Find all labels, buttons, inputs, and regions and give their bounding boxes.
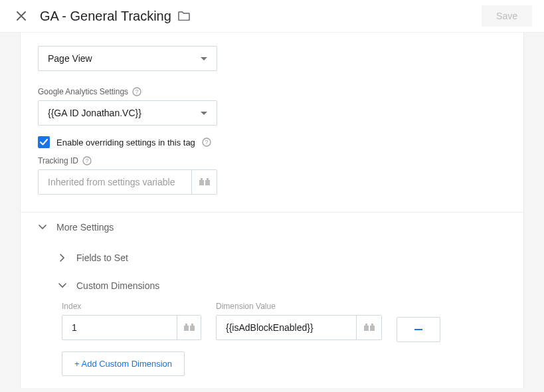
override-checkbox[interactable] [38, 136, 50, 148]
svg-text:?: ? [85, 157, 88, 164]
variable-picker-icon[interactable] [356, 316, 381, 340]
svg-rect-17 [371, 324, 373, 326]
help-icon[interactable]: ? [82, 156, 92, 165]
ga-settings-label: Google Analytics Settings [38, 87, 128, 96]
svg-rect-9 [207, 178, 209, 180]
save-button[interactable]: Save [482, 5, 532, 27]
svg-rect-7 [205, 180, 210, 185]
help-icon[interactable]: ? [132, 87, 141, 96]
folder-icon[interactable] [178, 11, 190, 21]
tracking-id-input[interactable] [39, 170, 191, 194]
more-settings-label: More Settings [56, 222, 114, 233]
minus-icon [414, 329, 422, 330]
variable-picker-icon[interactable] [191, 170, 217, 194]
fields-to-set-toggle[interactable]: Fields to Set [21, 246, 523, 270]
chevron-down-icon [38, 223, 47, 232]
dimension-value-input[interactable] [217, 316, 356, 340]
ga-settings-select[interactable]: {{GA ID Jonathan.VC}} [38, 100, 217, 126]
svg-rect-15 [370, 326, 375, 331]
remove-dimension-button[interactable] [397, 317, 440, 342]
svg-rect-13 [191, 324, 193, 326]
fields-to-set-label: Fields to Set [76, 252, 128, 263]
track-type-select[interactable]: Page View [38, 46, 217, 71]
more-settings-toggle[interactable]: More Settings [21, 215, 523, 239]
help-icon[interactable]: ? [202, 138, 211, 147]
ga-settings-value: {{GA ID Jonathan.VC}} [48, 108, 141, 118]
track-type-value: Page View [48, 53, 92, 64]
svg-rect-8 [201, 178, 203, 180]
svg-text:?: ? [136, 88, 139, 95]
svg-text:?: ? [205, 139, 208, 146]
chevron-down-icon [201, 57, 207, 60]
add-custom-dimension-button[interactable]: + Add Custom Dimension [62, 351, 185, 376]
close-icon[interactable] [12, 11, 31, 21]
override-label: Enable overriding settings in this tag [56, 138, 195, 147]
dimension-index-input[interactable] [62, 316, 177, 340]
index-label: Index [62, 302, 201, 311]
tracking-id-label: Tracking ID [38, 156, 78, 165]
svg-rect-14 [364, 326, 369, 331]
svg-rect-6 [199, 180, 204, 185]
variable-picker-icon[interactable] [177, 316, 201, 340]
chevron-down-icon [201, 112, 207, 115]
page-title: GA - General Tracking [40, 9, 171, 24]
chevron-right-icon [58, 253, 67, 262]
chevron-down-icon [58, 281, 67, 290]
svg-rect-16 [365, 324, 367, 326]
svg-rect-12 [185, 324, 187, 326]
dimension-value-label: Dimension Value [216, 302, 382, 311]
svg-rect-10 [184, 326, 189, 331]
custom-dimensions-toggle[interactable]: Custom Dimensions [21, 274, 523, 298]
custom-dimensions-label: Custom Dimensions [76, 280, 159, 291]
svg-rect-11 [190, 326, 195, 331]
